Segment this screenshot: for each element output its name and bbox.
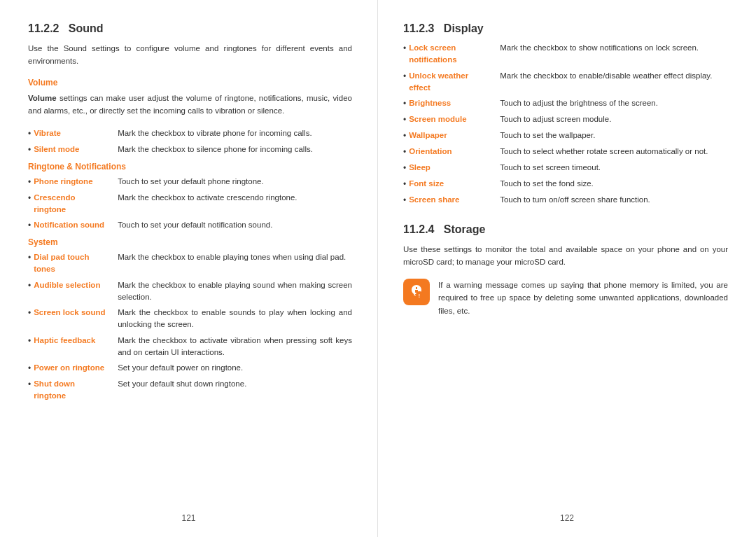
item-desc-silent-mode: Mark the checkbox to silence phone for i…	[118, 144, 352, 155]
item-key-lock-screen: Lock screen	[409, 42, 500, 54]
item-key-haptic: Haptic feedback	[34, 335, 118, 347]
bullet-icon: •	[403, 162, 406, 174]
item-desc-vibrate: Mark the checkbox to vibrate phone for i…	[118, 127, 352, 139]
item-desc-notification-sound: Touch to set your default notification s…	[118, 219, 352, 231]
list-item: • Sleep Touch to set screen timeout.	[403, 162, 728, 174]
bullet-icon: •	[403, 42, 406, 55]
bullet-icon: •	[403, 178, 406, 190]
list-item: • Font size Touch to set the fond size.	[403, 178, 728, 190]
item-key-crescendo-2: ringtone	[34, 204, 118, 216]
display-items: • Lock screen notifications Mark the che…	[403, 42, 728, 207]
page-number-right: 122	[560, 513, 574, 523]
item-key-notification-sound: Notification sound	[34, 219, 118, 231]
item-key-vibrate: Vibrate	[34, 127, 118, 139]
item-key-screen-share: Screen share	[409, 194, 500, 206]
bullet-icon: •	[403, 113, 406, 126]
storage-section-name: Storage	[444, 223, 486, 235]
bullet-icon: •	[28, 144, 31, 156]
list-item: • Screen share Touch to turn on/off scre…	[403, 194, 728, 207]
volume-items: • Vibrate Mark the checkbox to vibrate p…	[28, 127, 352, 156]
list-item: • Notification sound Touch to set your d…	[28, 219, 352, 232]
item-key-font-size: Font size	[409, 178, 500, 190]
item-key-silent-mode: Silent mode	[34, 144, 118, 155]
item-desc-screen-lock-sound: Mark the checkbox to enable sounds to pl…	[118, 307, 352, 331]
item-desc-shut-down: Set your default shut down ringtone.	[118, 378, 352, 390]
item-desc-screen-share: Touch to turn on/off screen share functi…	[500, 194, 728, 206]
list-item: • Screen lock sound Mark the checkbox to…	[28, 307, 352, 331]
list-item: • Phone ringtone Touch to set your defau…	[28, 176, 352, 188]
section-number-right: 11.2.3	[403, 22, 434, 34]
item-desc-audible: Mark the checkbox to enable playing soun…	[118, 279, 352, 304]
ringtone-title: Ringtone & Notifications	[28, 162, 352, 172]
item-desc-lock-screen: Mark the checkbox to show notifications …	[500, 42, 728, 54]
item-key-phone-ringtone: Phone ringtone	[34, 176, 118, 188]
item-desc-unlock-weather: Mark the checkbox to enable/disable weat…	[500, 70, 728, 82]
system-items: • Dial pad touch tones Mark the checkbox…	[28, 251, 352, 403]
bullet-icon: •	[28, 335, 31, 347]
item-desc-crescendo: Mark the checkbox to activate crescendo …	[118, 192, 352, 204]
bullet-icon: •	[28, 307, 31, 319]
sound-intro: Use the Sound settings to configure volu…	[28, 42, 352, 68]
item-desc-font-size: Touch to set the fond size.	[500, 178, 728, 190]
list-item: • Dial pad touch tones Mark the checkbox…	[28, 251, 352, 276]
bullet-icon: •	[28, 362, 31, 375]
item-desc-power-on: Set your default power on ringtone.	[118, 362, 352, 374]
warning-box: ! If a warning message comes up saying t…	[403, 279, 728, 317]
page: 11.2.2 Sound Use the Sound settings to c…	[0, 0, 756, 537]
item-key-unlock-weather-2: effect	[409, 82, 500, 94]
list-item: • Haptic feedback Mark the checkbox to a…	[28, 335, 352, 359]
list-item: • Audible selection Mark the checkbox to…	[28, 279, 352, 304]
item-desc-phone-ringtone: Touch to set your default phone ringtone…	[118, 176, 352, 188]
bullet-icon: •	[28, 279, 31, 292]
bullet-icon: •	[28, 378, 31, 391]
right-page: 11.2.3 Display • Lock screen notificatio…	[378, 0, 756, 537]
list-item: • Lock screen notifications Mark the che…	[403, 42, 728, 67]
item-desc-haptic: Mark the checkbox to activate vibration …	[118, 335, 352, 359]
warning-icon: !	[403, 279, 430, 305]
item-key-dial-pad: Dial pad touch	[34, 251, 118, 263]
item-desc-screen-module: Touch to adjust screen module.	[500, 113, 728, 125]
bullet-icon: •	[28, 251, 31, 264]
item-key-dial-pad-2: tones	[34, 263, 118, 275]
section-11-2-3-title: 11.2.3 Display	[403, 22, 728, 35]
bullet-icon: •	[403, 194, 406, 207]
section-name: Sound	[69, 22, 104, 34]
storage-icon-svg: !	[408, 284, 425, 300]
item-key-screen-module: Screen module	[409, 113, 500, 125]
item-key-shut-down: Shut down	[34, 378, 118, 390]
item-desc-dial-pad: Mark the checkbox to enable playing tone…	[118, 251, 352, 263]
item-desc-brightness: Touch to adjust the brightness of the sc…	[500, 97, 728, 109]
item-key-screen-lock-sound: Screen lock sound	[34, 307, 118, 319]
bullet-icon: •	[28, 176, 31, 188]
item-key-power-on: Power on ringtone	[34, 362, 118, 374]
bullet-icon: •	[403, 146, 406, 158]
bullet-icon: •	[403, 70, 406, 83]
section-number: 11.2.2	[28, 22, 59, 34]
list-item: • Brightness Touch to adjust the brightn…	[403, 97, 728, 110]
item-desc-orientation: Touch to select whether rotate screen au…	[500, 146, 728, 158]
list-item: • Unlock weather effect Mark the checkbo…	[403, 70, 728, 95]
list-item: • Vibrate Mark the checkbox to vibrate p…	[28, 127, 352, 140]
page-number-left: 121	[181, 513, 195, 523]
list-item: • Power on ringtone Set your default pow…	[28, 362, 352, 375]
item-key-audible: Audible selection	[34, 279, 118, 291]
item-desc-wallpaper: Touch to set the wallpaper.	[500, 130, 728, 141]
item-key-crescendo: Crescendo	[34, 192, 118, 204]
system-title: System	[28, 237, 352, 247]
svg-text:!: !	[419, 293, 420, 298]
left-page: 11.2.2 Sound Use the Sound settings to c…	[0, 0, 378, 537]
item-key-lock-screen-2: notifications	[409, 54, 500, 66]
bullet-icon: •	[403, 130, 406, 142]
section-11-2-2-title: 11.2.2 Sound	[28, 22, 352, 35]
bullet-icon: •	[28, 127, 31, 140]
list-item: • Silent mode Mark the checkbox to silen…	[28, 144, 352, 156]
section-name-right: Display	[444, 22, 484, 34]
list-item: • Screen module Touch to adjust screen m…	[403, 113, 728, 126]
item-key-orientation: Orientation	[409, 146, 500, 158]
bullet-icon: •	[28, 192, 31, 204]
volume-title: Volume	[28, 78, 352, 88]
item-key-unlock-weather: Unlock weather	[409, 70, 500, 82]
warning-text: If a warning message comes up saying tha…	[438, 279, 728, 317]
list-item: • Wallpaper Touch to set the wallpaper.	[403, 130, 728, 142]
item-key-brightness: Brightness	[409, 97, 500, 109]
